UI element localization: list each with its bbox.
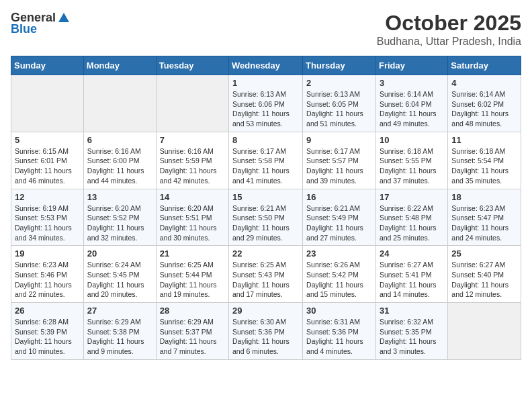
day-info: Sunrise: 6:15 AMSunset: 6:01 PMDaylight:… bbox=[15, 146, 80, 186]
day-info: Sunrise: 6:13 AMSunset: 6:05 PMDaylight:… bbox=[306, 89, 372, 129]
day-number: 14 bbox=[160, 192, 225, 202]
day-info: Sunrise: 6:16 AMSunset: 6:00 PMDaylight:… bbox=[87, 146, 152, 186]
day-number: 16 bbox=[306, 192, 372, 202]
calendar-cell: 2Sunrise: 6:13 AMSunset: 6:05 PMDaylight… bbox=[303, 75, 376, 132]
day-info: Sunrise: 6:14 AMSunset: 6:04 PMDaylight:… bbox=[380, 89, 444, 129]
calendar-cell: 23Sunrise: 6:26 AMSunset: 5:42 PMDayligh… bbox=[303, 246, 376, 303]
weekday-header-thursday: Thursday bbox=[303, 56, 376, 75]
calendar-cell: 30Sunrise: 6:31 AMSunset: 5:36 PMDayligh… bbox=[303, 303, 376, 360]
day-info: Sunrise: 6:20 AMSunset: 5:51 PMDaylight:… bbox=[160, 203, 225, 243]
day-info: Sunrise: 6:17 AMSunset: 5:58 PMDaylight:… bbox=[232, 146, 299, 186]
logo-blue: Blue bbox=[11, 22, 37, 36]
day-info: Sunrise: 6:23 AMSunset: 5:47 PMDaylight:… bbox=[451, 203, 517, 243]
day-number: 4 bbox=[451, 78, 517, 88]
calendar-cell: 26Sunrise: 6:28 AMSunset: 5:39 PMDayligh… bbox=[11, 303, 84, 360]
day-info: Sunrise: 6:27 AMSunset: 5:41 PMDaylight:… bbox=[380, 260, 444, 300]
weekday-header-monday: Monday bbox=[83, 56, 156, 75]
calendar-cell: 31Sunrise: 6:32 AMSunset: 5:35 PMDayligh… bbox=[375, 303, 447, 360]
day-number: 24 bbox=[380, 248, 444, 259]
day-number: 21 bbox=[160, 248, 225, 259]
calendar-cell: 29Sunrise: 6:30 AMSunset: 5:36 PMDayligh… bbox=[229, 303, 303, 360]
logo: General Blue bbox=[11, 11, 71, 36]
weekday-header-wednesday: Wednesday bbox=[229, 56, 303, 75]
day-number: 29 bbox=[232, 306, 299, 316]
calendar-cell: 16Sunrise: 6:21 AMSunset: 5:49 PMDayligh… bbox=[303, 189, 376, 246]
day-info: Sunrise: 6:29 AMSunset: 5:37 PMDaylight:… bbox=[160, 317, 225, 357]
day-number: 10 bbox=[380, 135, 444, 145]
day-info: Sunrise: 6:25 AMSunset: 5:43 PMDaylight:… bbox=[232, 260, 299, 300]
day-number: 28 bbox=[160, 306, 225, 316]
day-info: Sunrise: 6:32 AMSunset: 5:35 PMDaylight:… bbox=[380, 317, 444, 357]
day-info: Sunrise: 6:16 AMSunset: 5:59 PMDaylight:… bbox=[160, 146, 225, 186]
day-number: 20 bbox=[87, 248, 152, 259]
day-number: 11 bbox=[451, 135, 517, 145]
day-number: 8 bbox=[232, 135, 299, 145]
day-info: Sunrise: 6:25 AMSunset: 5:44 PMDaylight:… bbox=[160, 260, 225, 300]
calendar-cell: 19Sunrise: 6:23 AMSunset: 5:46 PMDayligh… bbox=[11, 246, 84, 303]
calendar-cell bbox=[11, 75, 84, 132]
calendar-cell: 25Sunrise: 6:27 AMSunset: 5:40 PMDayligh… bbox=[448, 246, 521, 303]
day-info: Sunrise: 6:29 AMSunset: 5:38 PMDaylight:… bbox=[87, 317, 152, 357]
day-number: 17 bbox=[380, 192, 444, 202]
svg-marker-0 bbox=[58, 13, 69, 22]
day-info: Sunrise: 6:28 AMSunset: 5:39 PMDaylight:… bbox=[15, 317, 80, 357]
day-number: 27 bbox=[87, 306, 152, 316]
day-info: Sunrise: 6:19 AMSunset: 5:53 PMDaylight:… bbox=[15, 203, 80, 243]
calendar-cell bbox=[156, 75, 228, 132]
calendar-cell: 3Sunrise: 6:14 AMSunset: 6:04 PMDaylight… bbox=[375, 75, 447, 132]
location-title: Budhana, Uttar Pradesh, India bbox=[377, 36, 521, 48]
calendar-cell: 15Sunrise: 6:21 AMSunset: 5:50 PMDayligh… bbox=[229, 189, 303, 246]
day-info: Sunrise: 6:20 AMSunset: 5:52 PMDaylight:… bbox=[87, 203, 152, 243]
weekday-header-friday: Friday bbox=[375, 56, 447, 75]
calendar-cell: 27Sunrise: 6:29 AMSunset: 5:38 PMDayligh… bbox=[83, 303, 156, 360]
calendar-cell: 24Sunrise: 6:27 AMSunset: 5:41 PMDayligh… bbox=[375, 246, 447, 303]
calendar-cell: 22Sunrise: 6:25 AMSunset: 5:43 PMDayligh… bbox=[229, 246, 303, 303]
day-number: 26 bbox=[15, 306, 80, 316]
calendar-cell: 1Sunrise: 6:13 AMSunset: 6:06 PMDaylight… bbox=[229, 75, 303, 132]
calendar-cell: 11Sunrise: 6:18 AMSunset: 5:54 PMDayligh… bbox=[448, 132, 521, 189]
day-info: Sunrise: 6:26 AMSunset: 5:42 PMDaylight:… bbox=[306, 260, 372, 300]
calendar-cell: 6Sunrise: 6:16 AMSunset: 6:00 PMDaylight… bbox=[83, 132, 156, 189]
calendar-table: SundayMondayTuesdayWednesdayThursdayFrid… bbox=[11, 56, 521, 360]
calendar-week-3: 12Sunrise: 6:19 AMSunset: 5:53 PMDayligh… bbox=[11, 189, 521, 246]
day-number: 23 bbox=[306, 248, 372, 259]
calendar-week-5: 26Sunrise: 6:28 AMSunset: 5:39 PMDayligh… bbox=[11, 303, 521, 360]
day-number: 6 bbox=[87, 135, 152, 145]
day-info: Sunrise: 6:17 AMSunset: 5:57 PMDaylight:… bbox=[306, 146, 372, 186]
day-info: Sunrise: 6:22 AMSunset: 5:48 PMDaylight:… bbox=[380, 203, 444, 243]
calendar-cell: 21Sunrise: 6:25 AMSunset: 5:44 PMDayligh… bbox=[156, 246, 228, 303]
calendar-cell: 8Sunrise: 6:17 AMSunset: 5:58 PMDaylight… bbox=[229, 132, 303, 189]
day-number: 22 bbox=[232, 248, 299, 259]
day-number: 19 bbox=[15, 248, 80, 259]
day-number: 9 bbox=[306, 135, 372, 145]
calendar-cell: 28Sunrise: 6:29 AMSunset: 5:37 PMDayligh… bbox=[156, 303, 228, 360]
calendar-week-2: 5Sunrise: 6:15 AMSunset: 6:01 PMDaylight… bbox=[11, 132, 521, 189]
calendar-cell: 10Sunrise: 6:18 AMSunset: 5:55 PMDayligh… bbox=[375, 132, 447, 189]
day-number: 13 bbox=[87, 192, 152, 202]
day-info: Sunrise: 6:24 AMSunset: 5:45 PMDaylight:… bbox=[87, 260, 152, 300]
day-number: 3 bbox=[380, 78, 444, 88]
day-number: 18 bbox=[451, 192, 517, 202]
day-info: Sunrise: 6:18 AMSunset: 5:55 PMDaylight:… bbox=[380, 146, 444, 186]
calendar-week-1: 1Sunrise: 6:13 AMSunset: 6:06 PMDaylight… bbox=[11, 75, 521, 132]
day-info: Sunrise: 6:21 AMSunset: 5:49 PMDaylight:… bbox=[306, 203, 372, 243]
day-number: 7 bbox=[160, 135, 225, 145]
day-info: Sunrise: 6:31 AMSunset: 5:36 PMDaylight:… bbox=[306, 317, 372, 357]
day-number: 2 bbox=[306, 78, 372, 88]
day-info: Sunrise: 6:14 AMSunset: 6:02 PMDaylight:… bbox=[451, 89, 517, 129]
weekday-header-row: SundayMondayTuesdayWednesdayThursdayFrid… bbox=[11, 56, 521, 75]
day-number: 5 bbox=[15, 135, 80, 145]
calendar-cell bbox=[83, 75, 156, 132]
calendar-cell: 7Sunrise: 6:16 AMSunset: 5:59 PMDaylight… bbox=[156, 132, 228, 189]
calendar-cell: 13Sunrise: 6:20 AMSunset: 5:52 PMDayligh… bbox=[83, 189, 156, 246]
day-info: Sunrise: 6:18 AMSunset: 5:54 PMDaylight:… bbox=[451, 146, 517, 186]
day-info: Sunrise: 6:30 AMSunset: 5:36 PMDaylight:… bbox=[232, 317, 299, 357]
day-number: 30 bbox=[306, 306, 372, 316]
calendar-cell: 12Sunrise: 6:19 AMSunset: 5:53 PMDayligh… bbox=[11, 189, 84, 246]
calendar-cell: 4Sunrise: 6:14 AMSunset: 6:02 PMDaylight… bbox=[448, 75, 521, 132]
weekday-header-saturday: Saturday bbox=[448, 56, 521, 75]
month-title: October 2025 bbox=[377, 11, 521, 36]
weekday-header-tuesday: Tuesday bbox=[156, 56, 228, 75]
calendar-cell: 5Sunrise: 6:15 AMSunset: 6:01 PMDaylight… bbox=[11, 132, 84, 189]
calendar-week-4: 19Sunrise: 6:23 AMSunset: 5:46 PMDayligh… bbox=[11, 246, 521, 303]
